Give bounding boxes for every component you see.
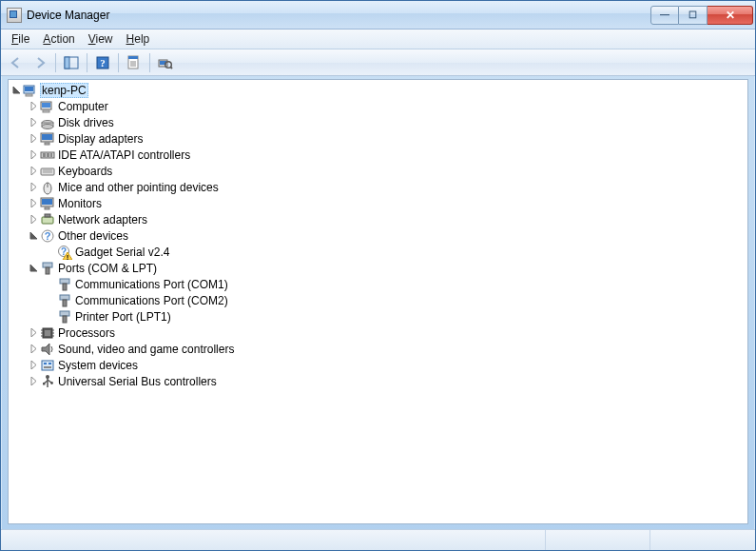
display-icon <box>40 131 55 147</box>
svg-text:?: ? <box>100 57 106 69</box>
properties-button[interactable] <box>123 52 145 73</box>
expand-icon[interactable] <box>28 149 39 161</box>
titlebar[interactable]: Device Manager — ☐ ✕ <box>1 1 755 30</box>
tree-node[interactable]: IDE ATA/ATAPI controllers <box>26 147 747 163</box>
tree-node-label: kenp-PC <box>40 83 88 98</box>
tree-node-label: Display adapters <box>58 132 143 146</box>
tree-node-label: Other devices <box>58 229 128 243</box>
expand-icon[interactable] <box>28 101 39 112</box>
expand-icon[interactable] <box>28 214 39 226</box>
menu-view[interactable]: View <box>82 30 120 48</box>
tree-node-label: IDE ATA/ATAPI controllers <box>58 148 190 162</box>
expand-icon[interactable] <box>28 376 39 387</box>
window-controls: — ☐ ✕ <box>650 6 753 25</box>
tree-node[interactable]: Monitors <box>26 195 747 211</box>
port-icon <box>57 309 72 325</box>
maximize-button[interactable]: ☐ <box>679 6 708 25</box>
monitor-icon <box>40 196 55 211</box>
collapse-icon[interactable] <box>28 263 39 274</box>
ide-icon <box>40 148 55 163</box>
scan-hardware-button[interactable] <box>154 52 177 73</box>
tree-node[interactable]: Printer Port (LPT1) <box>43 308 747 325</box>
tree-node[interactable]: Communications Port (COM1) <box>43 276 747 292</box>
toolbar-separator <box>87 53 87 72</box>
content-area: kenp-PCComputerDisk drivesDisplay adapte… <box>1 76 755 529</box>
port-icon <box>40 261 55 276</box>
tree-pane-icon <box>64 55 79 70</box>
expand-icon[interactable] <box>28 327 39 339</box>
tree-node[interactable]: Disk drives <box>26 114 747 130</box>
statusbar <box>1 529 755 550</box>
processor-icon <box>40 325 55 341</box>
system-icon <box>40 358 55 373</box>
forward-button[interactable] <box>29 52 51 73</box>
tree-node[interactable]: Communications Port (COM2) <box>43 292 747 308</box>
tree-node-label: Gadget Serial v2.4 <box>75 246 169 259</box>
show-hide-tree-button[interactable] <box>60 52 83 73</box>
back-button[interactable] <box>5 52 28 73</box>
tree-node-label: Disk drives <box>58 116 114 129</box>
collapse-icon[interactable] <box>10 85 22 96</box>
back-icon <box>9 55 24 70</box>
help-button[interactable]: ? <box>91 52 114 73</box>
expand-icon[interactable] <box>28 133 39 145</box>
tree-node[interactable]: Sound, video and game controllers <box>26 341 747 357</box>
menu-action[interactable]: Action <box>36 30 81 48</box>
tree-node-label: Communications Port (COM2) <box>75 294 228 307</box>
network-icon <box>40 212 55 227</box>
expand-icon[interactable] <box>28 182 39 193</box>
expand-icon[interactable] <box>28 360 39 371</box>
tree-node[interactable]: Network adapters <box>26 211 747 227</box>
properties-icon <box>126 55 142 70</box>
menubar: File Action View Help <box>1 30 755 49</box>
tree-node[interactable]: Universal Serial Bus controllers <box>26 373 747 389</box>
menu-file[interactable]: File <box>5 30 36 48</box>
app-icon <box>7 8 22 23</box>
tree-node-label: Processors <box>58 326 115 340</box>
toolbar-separator <box>149 53 150 72</box>
tree-node[interactable]: Other devices <box>26 227 747 244</box>
tree-node-label: Communications Port (COM1) <box>75 278 228 291</box>
expand-icon[interactable] <box>28 117 39 128</box>
tree-node-label: Ports (COM & LPT) <box>58 262 157 275</box>
disk-icon <box>40 115 55 130</box>
device-manager-window: Device Manager — ☐ ✕ File Action View He… <box>0 0 756 551</box>
keyboard-icon <box>40 164 55 179</box>
scan-icon <box>158 55 173 70</box>
help-icon: ? <box>95 55 110 70</box>
menu-help[interactable]: Help <box>120 30 157 48</box>
minimize-icon: — <box>660 10 669 20</box>
maximize-icon: ☐ <box>688 10 697 20</box>
tree-node[interactable]: System devices <box>26 357 747 373</box>
tree-node[interactable]: Display adapters <box>26 130 747 147</box>
expand-icon[interactable] <box>28 344 39 355</box>
status-cell <box>650 530 755 550</box>
collapse-icon[interactable] <box>28 230 39 242</box>
forward-icon <box>32 55 48 70</box>
other-warn-icon <box>57 245 72 260</box>
mouse-icon <box>40 180 55 195</box>
tree-root-node[interactable]: kenp-PC <box>9 82 747 98</box>
toolbar-separator <box>118 53 119 72</box>
tree-node[interactable]: Ports (COM & LPT) <box>26 260 747 276</box>
tree-node-label: Keyboards <box>58 165 112 178</box>
tree-node[interactable]: Gadget Serial v2.4 <box>43 244 747 260</box>
tree-node[interactable]: Mice and other pointing devices <box>26 179 747 195</box>
svg-rect-1 <box>65 57 69 69</box>
expand-icon[interactable] <box>28 198 39 209</box>
svg-rect-5 <box>128 56 138 59</box>
tree-node-label: Mice and other pointing devices <box>58 181 219 194</box>
tree-node-label: Network adapters <box>58 213 147 226</box>
sound-icon <box>40 342 55 357</box>
device-tree[interactable]: kenp-PCComputerDisk drivesDisplay adapte… <box>8 79 748 524</box>
close-button[interactable]: ✕ <box>708 6 753 25</box>
port-icon <box>57 277 72 292</box>
status-cell <box>546 530 650 550</box>
expand-icon[interactable] <box>28 166 39 177</box>
tree-node[interactable]: Computer <box>26 98 747 114</box>
tree-node[interactable]: Processors <box>26 325 747 341</box>
tree-node[interactable]: Keyboards <box>26 163 747 179</box>
window-title: Device Manager <box>27 9 650 22</box>
minimize-button[interactable]: — <box>650 6 679 25</box>
port-icon <box>57 293 72 308</box>
